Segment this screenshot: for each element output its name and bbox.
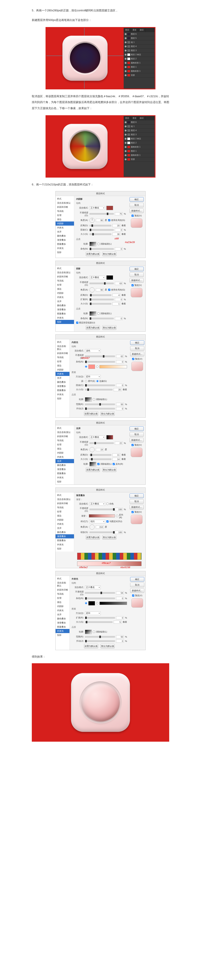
- style-list-item[interactable]: 内阴影: [56, 291, 74, 295]
- color-swatch[interactable]: [106, 435, 113, 439]
- distance-slider[interactable]: [89, 225, 111, 226]
- ok-button[interactable]: 确定: [129, 267, 144, 271]
- style-list-item[interactable]: 样式: [56, 426, 74, 430]
- eye-icon[interactable]: [124, 130, 127, 132]
- eye-icon[interactable]: [124, 121, 127, 123]
- opacity-slider[interactable]: [89, 213, 114, 215]
- cancel-button[interactable]: 取消: [130, 583, 144, 587]
- style-list-item[interactable]: 内发光: [56, 226, 74, 230]
- eye-icon[interactable]: [124, 41, 127, 43]
- eye-icon[interactable]: [124, 66, 127, 68]
- style-list-item[interactable]: 投影: [56, 633, 70, 637]
- eye-icon[interactable]: [124, 158, 127, 160]
- angle-dial[interactable]: [89, 287, 95, 293]
- blendmode-select[interactable]: 正片叠底: [89, 276, 105, 279]
- ok-button[interactable]: 确定: [129, 197, 144, 202]
- cancel-button[interactable]: 取消: [130, 346, 144, 351]
- style-list-item[interactable]: 等高线: [56, 279, 74, 283]
- ok-button[interactable]: 确定: [129, 493, 144, 498]
- style-list-item[interactable]: 投影: [56, 480, 74, 484]
- style-list-item[interactable]: 渐变叠加: [56, 384, 70, 388]
- style-list-item[interactable]: 投影: [56, 547, 74, 551]
- style-list-item[interactable]: 等高线: [56, 506, 74, 510]
- glow-color-swatch[interactable]: [88, 601, 95, 605]
- style-list-item[interactable]: 纹理: [56, 510, 74, 514]
- size-slider[interactable]: [89, 234, 111, 235]
- preview-checkbox[interactable]: 预览(V): [131, 214, 142, 217]
- style-list-item[interactable]: 渐变叠加: [56, 534, 74, 538]
- eye-icon[interactable]: [124, 58, 127, 60]
- color-swatch[interactable]: [106, 206, 113, 210]
- style-list-item[interactable]: 颜色叠加: [56, 234, 74, 238]
- style-list-item[interactable]: 图案叠加: [56, 625, 70, 629]
- style-list-item[interactable]: 投影: [56, 250, 74, 255]
- style-list-item[interactable]: 斜面和浮雕: [56, 205, 74, 209]
- cancel-button[interactable]: 取消: [129, 432, 144, 437]
- style-list-item[interactable]: 样式: [56, 197, 74, 201]
- style-list-item[interactable]: 等高线: [56, 592, 70, 596]
- style-list-item[interactable]: 光泽: [56, 612, 70, 617]
- style-list-item[interactable]: 图案叠加: [56, 538, 74, 542]
- style-list-item[interactable]: 内发光: [56, 295, 74, 299]
- glow-gradient[interactable]: [99, 365, 127, 368]
- tab-paths[interactable]: 路径: [138, 28, 145, 32]
- style-list-item[interactable]: 等高线: [56, 209, 74, 213]
- style-list-item[interactable]: 投影: [56, 396, 70, 401]
- eye-icon[interactable]: [124, 33, 127, 35]
- style-list-item[interactable]: 图案叠加: [56, 312, 74, 316]
- ok-button[interactable]: 确定: [130, 340, 144, 345]
- new-style-button[interactable]: 新建样式...: [129, 505, 144, 509]
- contour-picker[interactable]: [89, 242, 96, 246]
- eye-icon[interactable]: [124, 142, 127, 144]
- new-style-button[interactable]: 新建样式...: [129, 438, 144, 442]
- tab-channels[interactable]: 通道: [131, 28, 138, 32]
- angle-dial[interactable]: [89, 447, 95, 452]
- style-list-item[interactable]: 渐变叠加: [56, 467, 74, 471]
- style-list-item[interactable]: 描边: [56, 600, 70, 604]
- make-default-button[interactable]: 设置为默认值: [86, 252, 100, 256]
- style-list-item[interactable]: 渐变叠加: [56, 307, 74, 312]
- opacity-value[interactable]: 75: [115, 212, 123, 215]
- style-list-item[interactable]: 内阴影: [56, 518, 74, 522]
- style-list-item[interactable]: 斜面和浮雕: [56, 501, 74, 506]
- eye-icon[interactable]: [124, 62, 127, 64]
- global-light-checkbox[interactable]: 使用全局光(G): [108, 219, 125, 222]
- style-list-item[interactable]: 投影: [56, 320, 74, 324]
- tab-layers[interactable]: 图层: [124, 116, 131, 120]
- contour-picker[interactable]: [89, 312, 96, 316]
- contour-picker[interactable]: [85, 630, 92, 634]
- blendmode-select[interactable]: 正片叠底: [89, 206, 105, 210]
- cancel-button[interactable]: 取消: [129, 272, 144, 277]
- style-list-item[interactable]: 图案叠加: [56, 388, 70, 392]
- style-list-item[interactable]: 样式: [56, 493, 74, 497]
- style-list-item[interactable]: 外发光: [56, 542, 74, 547]
- eye-icon[interactable]: [124, 150, 127, 152]
- eye-icon[interactable]: [124, 126, 127, 127]
- style-list-item[interactable]: 外发光: [56, 246, 74, 250]
- style-list-item[interactable]: 图案叠加: [56, 471, 74, 476]
- angle-dial[interactable]: [89, 218, 95, 223]
- style-list-item[interactable]: 光泽: [56, 230, 74, 234]
- tab-layers[interactable]: 图层: [124, 28, 131, 32]
- style-list-item[interactable]: 颜色叠加: [56, 530, 74, 534]
- eye-icon[interactable]: [124, 37, 127, 39]
- style-list-item[interactable]: 纹理: [56, 360, 70, 364]
- style-list-item[interactable]: 光泽: [56, 526, 74, 530]
- style-list-item[interactable]: 光泽: [56, 459, 74, 463]
- style-list-item[interactable]: 混合选项:默认: [56, 430, 74, 434]
- new-style-button[interactable]: 新建样式...: [129, 278, 144, 283]
- style-list-item[interactable]: 颜色叠加: [56, 304, 74, 307]
- style-list-item[interactable]: 内发光: [56, 372, 70, 376]
- antialias-checkbox[interactable]: 消除锯齿(L): [97, 242, 112, 245]
- eye-icon[interactable]: [124, 49, 127, 51]
- style-list-item[interactable]: 纹理: [56, 442, 74, 447]
- contour-picker[interactable]: [89, 462, 96, 466]
- style-list-item[interactable]: 混合选项:默认: [56, 344, 70, 351]
- style-list-item[interactable]: 斜面和浮雕: [56, 588, 70, 592]
- style-list-item[interactable]: 纹理: [56, 596, 70, 600]
- blendmode-select[interactable]: 滤色: [85, 349, 101, 353]
- contour-picker[interactable]: [85, 397, 92, 402]
- reset-default-button[interactable]: 复位为默认值: [102, 252, 116, 256]
- style-list-item[interactable]: 样式: [56, 266, 74, 270]
- style-list-item[interactable]: 颜色叠加: [56, 463, 74, 467]
